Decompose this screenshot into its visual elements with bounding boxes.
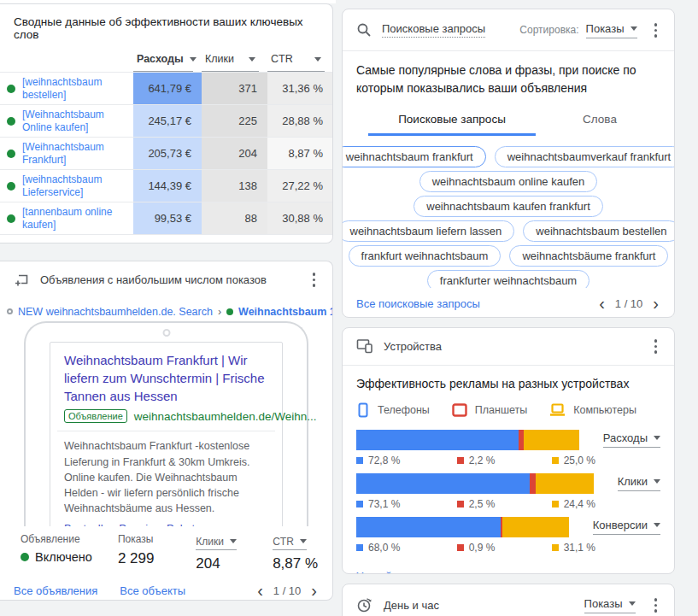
search-terms-tabs: Поисковые запросы Слова [343,106,674,136]
column-header-cost[interactable]: Расходы [133,48,193,72]
sort-dropdown[interactable]: Показы [586,22,637,38]
computers-swatch [552,544,559,551]
search-icon [356,22,372,38]
search-term-chip[interactable]: frankfurt weihnachtsbaum [349,245,502,267]
devices-link[interactable]: Устройства [356,570,414,575]
devices-legend: Телефоны Планшеты Компьютеры [343,394,674,419]
column-header-ctr[interactable]: CTR [267,48,325,72]
keyword-link[interactable]: [Weihnachtsbaum Frankfurt] [22,141,130,167]
kebab-menu-icon[interactable] [308,269,321,290]
ad-status-dot [21,553,29,561]
table-row: [Weihnachtsbaum Frankfurt] 205,73 € 204 … [0,137,332,169]
bar-segment-phones [356,430,519,450]
stacked-bar-clicks [356,473,594,494]
devices-card-title: Устройства [384,340,442,353]
metric-dropdown-costs[interactable]: Расходы [603,431,660,448]
devices-card: Устройства Эффективность рекламы на разн… [342,327,675,574]
sitelink[interactable]: Bestseller: Premium Paket [64,522,268,525]
bar-segment-phones [356,517,501,537]
keywords-summary-card: Сводные данные об эффективности ваших кл… [0,3,333,243]
sort-caret-icon [300,539,307,543]
devices-stacked-bars: Расходы 72,8 % 2,2 % 25,0 % Клики 73,1 %… [343,419,674,554]
ctr-cell: 31,36 % [267,73,333,104]
bar-segment-phones [356,473,530,494]
next-page-icon[interactable]: › [651,297,660,309]
sort-caret-icon [190,57,196,62]
ad-group-status-dot [226,308,233,315]
search-term-chip[interactable]: weihnachtsbäume frankfurt [509,245,668,267]
all-ads-link[interactable]: Все объявления [14,584,97,597]
breadcrumb-separator: › [218,306,221,318]
search-terms-title[interactable]: Поисковые запросы [382,22,485,38]
bar-segment-computers [524,430,579,450]
tablets-swatch [457,457,464,464]
stat-dropdown-clicks[interactable]: Клики [196,536,237,550]
search-term-chip[interactable]: frankfurter weihnachtsbaum [427,270,589,288]
dropdown-caret-icon [629,601,636,606]
ad-description: Weihnachtsbaum Frankfurt -kostenlose Lie… [64,438,268,516]
ctr-cell: 8,87 % [267,138,333,169]
tab-search-terms[interactable]: Поисковые запросы [368,106,536,136]
ctr-cell: 27,22 % [267,170,333,202]
legend-item-phones: Телефоны [356,402,430,418]
dropdown-caret-icon [654,479,660,484]
dropdown-caret-icon [631,26,637,31]
day-hour-card-title: День и час [384,599,439,612]
column-header-clicks[interactable]: Клики [202,48,259,72]
stat-label-impressions: Показы [118,533,170,545]
laptop-icon [549,402,566,418]
bar-segment-tablets [530,473,536,494]
prev-page-icon[interactable]: ‹ [255,584,265,596]
search-term-chip[interactable]: weihnachtsbaum online kaufen [419,171,598,192]
ads-card-title: Объявления с наибольшим числом показов [40,273,267,286]
phones-swatch [356,501,363,507]
phones-swatch [356,544,363,551]
keyword-link[interactable]: [tannenbaum online kaufen] [22,206,130,232]
keyword-status-dot [7,117,15,126]
ad-display-url: weihnachtsbaumhelden.de/Weihn... [134,410,317,423]
phone-camera-icon [162,329,170,337]
table-row: [tannenbaum online kaufen] 99,53 € 88 30… [0,202,332,234]
all-assets-link[interactable]: Все объекты [120,584,185,597]
tab-words[interactable]: Слова [536,106,664,136]
page-indicator: 1 / 10 [615,297,643,310]
metric-dropdown-clicks[interactable]: Клики [618,475,660,491]
search-term-chip[interactable]: weihnachtsbaumverkauf frankfurt [495,146,674,167]
search-term-chip[interactable]: weihnachtsbaum kaufen frankfurt [414,196,603,217]
search-term-chip[interactable]: weihnachtsbaum frankfurt [343,146,486,167]
stat-dropdown-ctr[interactable]: CTR [273,536,307,550]
campaign-link[interactable]: NEW weihnachtsbaumhelden.de. Search [18,306,213,318]
stat-label-status: Объявление [21,533,92,545]
kebab-menu-icon[interactable] [649,595,663,616]
all-search-terms-link[interactable]: Все поисковые запросы [356,297,480,310]
kebab-menu-icon[interactable] [649,336,663,357]
ad-group-link[interactable]: Weihnachtsbaum 1 [238,306,333,318]
clicks-cell: 371 [202,73,267,104]
prev-page-icon[interactable]: ‹ [597,297,607,309]
computers-swatch [552,501,559,507]
ad-stats-row: Объявление Включено Показы 2 299 Клики 2… [0,526,332,578]
keyword-status-dot [7,214,15,223]
keyword-link[interactable]: [Weihnachtsbaum Online kaufen] [22,109,130,134]
search-term-chip[interactable]: weihnachtsbaum bestellen [523,220,674,242]
search-term-chip[interactable]: weihnachtsbaum liefern lassen [343,220,514,242]
kebab-menu-icon[interactable] [649,20,663,41]
cost-cell: 641,79 € [133,73,202,104]
day-hour-metric-dropdown[interactable]: Показы [584,597,636,613]
keyword-link[interactable]: [weihnachtsbaum Lieferservice] [22,173,130,199]
dropdown-caret-icon [654,436,660,440]
phone-icon [356,402,370,418]
next-page-icon[interactable]: › [309,584,319,596]
keyword-link[interactable]: [weihnachtsbaum bestellen] [22,76,130,102]
legend-item-computers: Компьютеры [549,402,636,418]
bar-segment-computers [536,473,594,494]
metric-dropdown-conversions[interactable]: Конверсии [593,519,660,535]
clicks-cell: 138 [202,170,267,202]
ad-title-link[interactable]: Weihnachtsbaum Frankfurt | Wir liefern z… [64,351,268,406]
phone-preview: Weihnachtsbaum Frankfurt | Wir liefern z… [0,321,332,526]
tablets-swatch [457,501,464,507]
tablets-swatch [457,544,464,551]
ctr-cell: 28,88 % [267,105,333,137]
devices-icon [356,338,373,354]
table-row: [Weihnachtsbaum Online kaufen] 245,17 € … [0,104,332,137]
